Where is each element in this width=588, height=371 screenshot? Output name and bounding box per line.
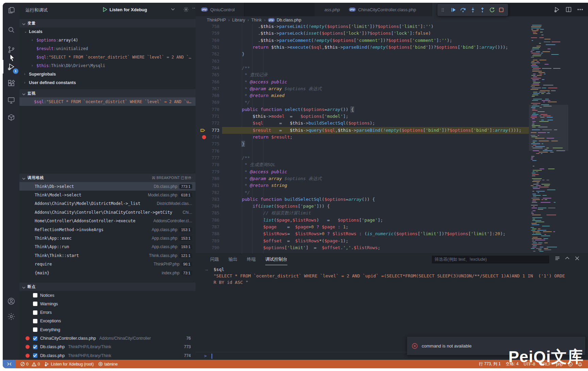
code-text: $page = $page>0 ? $page : 1; — [231, 224, 348, 230]
cursor-position-status[interactable]: 行 773, 列 1 — [479, 361, 501, 367]
stack-frame-row[interactable]: Think\App::runApp.class.php193:1 — [19, 243, 196, 251]
breakpoint-file-row[interactable]: Db.class.phpThinkPHP/Library/Think773 — [19, 343, 196, 351]
eol-status[interactable]: CRLF — [540, 362, 551, 367]
breakpoint-file-row[interactable]: ChinaCityController.class.phpAddons/Chin… — [19, 334, 196, 343]
activity-item-account[interactable] — [3, 294, 19, 309]
breakpoint-dot — [26, 354, 30, 358]
problems-status[interactable]: 0 0 — [20, 362, 40, 367]
variable-row[interactable]: $sql: "SELECT * FROM `ocenter_district` … — [19, 53, 196, 61]
panel-tab-问题[interactable]: 问题 — [210, 256, 219, 262]
maximize-panel-icon[interactable] — [565, 256, 570, 261]
stack-frame-row[interactable]: Think\Db->selectDb.class.php773:1 — [19, 182, 196, 191]
continue-icon[interactable] — [451, 7, 456, 13]
stack-frame-row[interactable]: Home\Controller\AddonsController->execut… — [19, 217, 196, 225]
stack-frame-row[interactable]: Addons\ChinaCity\Controller\ChinaCityCon… — [19, 208, 196, 216]
step-into-icon[interactable] — [470, 7, 476, 13]
variable-scope-row[interactable]: ›Superglobals — [19, 70, 196, 78]
breadcrumb-file[interactable]: Db.class.php — [277, 18, 301, 22]
notification-toast[interactable]: command is not available — [407, 336, 586, 355]
step-out-icon[interactable] — [480, 7, 485, 13]
xdebug-status[interactable]: Listen for Xdebug (root) — [45, 362, 94, 367]
breakpoint-toggle-row[interactable]: Errors — [19, 308, 196, 317]
checkbox-checked[interactable] — [33, 353, 37, 358]
activity-item-settings[interactable] — [3, 309, 19, 324]
breakpoint-toggle-row[interactable]: Everything — [19, 325, 196, 334]
panel-tab-终端[interactable]: 终端 — [247, 256, 256, 262]
breakpoints-section-header[interactable]: 断点 — [19, 283, 196, 291]
code-text: * @return string — [231, 182, 287, 189]
feedback-icon[interactable] — [568, 362, 573, 367]
checkbox-checked[interactable] — [33, 336, 37, 341]
language-status[interactable]: php — [556, 362, 563, 367]
breadcrumb-item[interactable]: Think — [251, 18, 262, 22]
restart-icon[interactable] — [489, 7, 495, 13]
split-editor-icon[interactable] — [566, 6, 572, 13]
code-text: * 生成查询SQL — [231, 161, 275, 168]
stack-frame-row[interactable]: Addons\ChinaCity\Model\DistrictModel->_l… — [19, 199, 196, 208]
output-actions-icon[interactable] — [555, 256, 560, 261]
stack-frame-row[interactable]: Think\App::execApp.class.php153:1 — [19, 234, 196, 242]
panel-tab-调试控制台[interactable]: 调试控制台 — [265, 256, 287, 262]
run-or-debug-icon[interactable] — [554, 6, 560, 13]
step-over-icon[interactable] — [460, 7, 466, 13]
encoding-status[interactable]: UTF-8 — [524, 362, 535, 367]
variables-section-header[interactable]: 变量 — [19, 19, 196, 28]
line-number: 776 — [196, 148, 219, 155]
checkbox-unchecked[interactable] — [33, 302, 37, 306]
breakpoint-toggle-row[interactable]: Notices — [19, 291, 196, 300]
tabnine-icon — [98, 362, 103, 366]
checkbox-checked[interactable] — [33, 345, 37, 349]
stop-icon[interactable] — [499, 7, 504, 13]
breakpoint-toggle-row[interactable]: Exceptions — [19, 317, 196, 325]
notification-message: command is not available — [422, 343, 472, 349]
editor-tab-qiniucontrol[interactable]: phpQiniuControl — [196, 3, 245, 16]
console-output-line: "SELECT * FROM `ocenter_district` WHERE … — [196, 273, 588, 279]
breadcrumb-item[interactable]: ThinkPHP — [207, 18, 226, 22]
tabnine-status[interactable]: tabnine — [98, 362, 117, 367]
more-actions-icon[interactable] — [577, 6, 583, 13]
activity-item-extensions[interactable] — [3, 76, 19, 91]
variable-scope-row[interactable]: ›User defined constants — [19, 78, 196, 87]
stack-frame-row[interactable]: {main}index.php73:1 — [19, 269, 196, 277]
activity-item-run-and-debug[interactable]: 1 — [3, 59, 19, 74]
editor-tab-chinacitycontroller-class-php[interactable]: phpChinaCityController.class.php — [343, 3, 433, 16]
checkbox-unchecked[interactable] — [33, 319, 37, 323]
stack-frame-row[interactable]: requireThinkPHP.php96:1 — [19, 260, 196, 269]
bell-icon[interactable] — [578, 362, 582, 367]
activity-item-search[interactable] — [3, 22, 19, 37]
breadcrumb-item[interactable]: Library — [232, 18, 245, 22]
watch-section-header[interactable]: 监视 — [19, 89, 196, 98]
gear-icon[interactable] — [183, 7, 189, 12]
checkbox-unchecked[interactable] — [33, 293, 37, 297]
stack-frame-row[interactable]: Think\Model->selectModel.class.php618:1 — [19, 191, 196, 199]
variable-row[interactable]: $result: uninitialized — [19, 44, 196, 53]
stack-frame-row[interactable]: ReflectionMethod->invokeArgsApp.class.ph… — [19, 225, 196, 234]
activity-item-explorer[interactable] — [3, 3, 19, 18]
stack-frame-row[interactable]: Think\Think::startThink.class.php121:1 — [19, 251, 196, 260]
checkbox-unchecked[interactable] — [33, 327, 37, 332]
code-text: * 查找记录 — [231, 71, 268, 78]
checkbox-unchecked[interactable] — [33, 310, 37, 315]
remote-indicator[interactable] — [3, 360, 16, 368]
variable-scope-row[interactable]: ⌄Locals — [19, 27, 196, 36]
console-filter-input[interactable]: 筛选器(例如 text、!exclude) — [432, 256, 549, 263]
chevron-down-icon[interactable] — [171, 8, 175, 11]
variable-row[interactable]: ›$options: array(4) — [19, 36, 196, 44]
activity-item-remote-explorer[interactable] — [3, 93, 19, 108]
start-debugging-button[interactable]: Listen for Xdebug — [103, 5, 147, 14]
minimap[interactable] — [529, 24, 568, 254]
breakpoint-toggle-row[interactable]: Warnings — [19, 300, 196, 308]
more-actions-icon[interactable]: ⋯ — [192, 5, 196, 11]
activity-item-package[interactable] — [3, 110, 19, 125]
variable-row[interactable]: ›$this: Think\Db\Driver\Mysqli — [19, 61, 196, 70]
code-editor[interactable]: 758 .$this->parseLimit(!empty($options['… — [196, 24, 588, 254]
close-panel-icon[interactable] — [574, 256, 580, 261]
call-stack-section-header[interactable]: 调用堆栈因 BREAKPOINT 已暂停 — [19, 174, 196, 182]
indentation-status[interactable]: 空格: 4 — [506, 361, 518, 367]
breadcrumb-separator: › — [248, 18, 249, 22]
editor-tab-ass-php[interactable]: ass.php — [315, 3, 344, 16]
breakpoint-file-row[interactable]: Db.class.phpThinkPHP/Library/Think774 — [19, 351, 196, 360]
panel-tab-输出[interactable]: 输出 — [229, 256, 237, 262]
watch-expression-row[interactable]: $sql: "SELECT * FROM `ocenter_district` … — [19, 97, 196, 106]
line-number: 784 — [196, 203, 219, 210]
